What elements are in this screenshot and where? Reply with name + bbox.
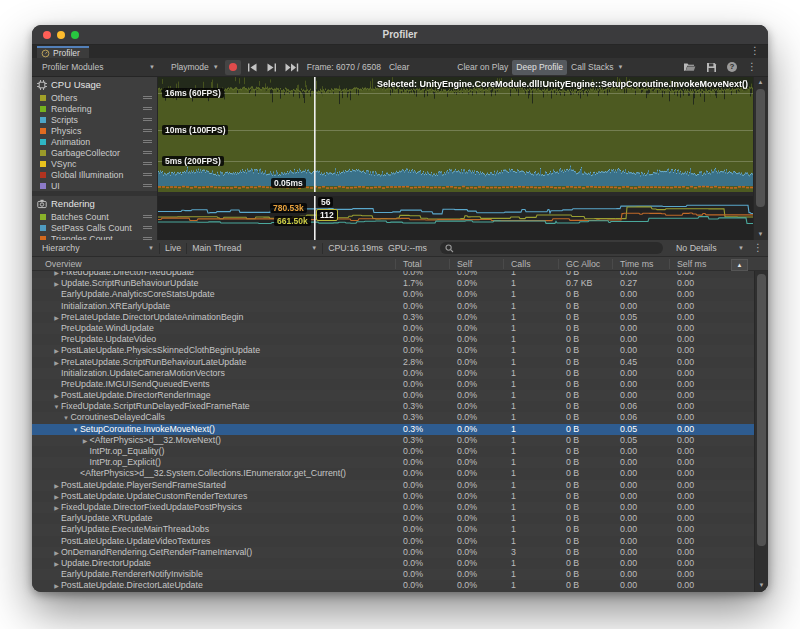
save-profile-button[interactable] — [706, 62, 717, 73]
table-scrollbar[interactable]: ▼ — [754, 271, 768, 592]
hierarchy-menu-icon[interactable]: ⋮ — [753, 243, 763, 253]
column-divider[interactable] — [558, 259, 559, 269]
column-header-calls[interactable]: Calls — [511, 259, 531, 269]
zoom-window-icon[interactable] — [71, 31, 79, 39]
table-row[interactable]: ▶OnDemandRendering.GetRenderFrameInterva… — [32, 547, 768, 558]
table-row[interactable]: ▶PostLateUpdate.DirectorLateUpdate0.0%0.… — [32, 580, 768, 591]
table-row[interactable]: PreUpdate.UpdateVideo0.0%0.0%10 B0.000.0… — [32, 334, 768, 345]
thread-dropdown[interactable]: Main Thread ▼ — [187, 240, 322, 256]
record-button[interactable] — [225, 60, 241, 75]
table-row[interactable]: ▶Update.ScriptRunBehaviourUpdate1.7%0.0%… — [32, 278, 768, 289]
target-dropdown[interactable]: Playmode ▼ — [167, 60, 223, 75]
table-row[interactable]: ▶PostLateUpdate.PhysicsSkinnedClothBegin… — [32, 345, 768, 356]
table-row[interactable]: PreUpdate.WindUpdate0.0%0.0%10 B0.000.00 — [32, 323, 768, 334]
legend-item[interactable]: Rendering — [32, 103, 157, 114]
column-divider[interactable] — [503, 259, 504, 269]
charts-scrollbar[interactable]: ▲ ▼ — [753, 77, 767, 240]
legend-item[interactable]: Triangles Count — [32, 233, 157, 240]
legend-item[interactable]: Others — [32, 92, 157, 103]
column-header-time-ms[interactable]: Time ms — [620, 259, 653, 269]
live-toggle[interactable]: Live — [160, 240, 186, 256]
legend-item[interactable]: Batches Count — [32, 211, 157, 222]
next-frame-button[interactable] — [262, 60, 281, 75]
table-row[interactable]: EarlyUpdate.AnalyticsCoreStatsUpdate0.0%… — [32, 289, 768, 300]
table-scrollbar-thumb[interactable] — [757, 274, 766, 546]
module-header[interactable]: CPU Usage — [32, 77, 157, 92]
deep-profile-toggle[interactable]: Deep Profile — [512, 60, 567, 75]
call-stacks-dropdown[interactable]: Call Stacks ▼ — [567, 60, 627, 75]
legend-item[interactable]: GarbageCollector — [32, 147, 157, 158]
clear-on-play-toggle[interactable]: Clear on Play — [453, 60, 512, 75]
clear-button[interactable]: Clear — [385, 60, 413, 75]
table-row[interactable]: ▶<AfterPhysics>d__32.MoveNext()0.3%0.0%1… — [32, 435, 768, 446]
drag-handle-icon[interactable] — [143, 215, 152, 218]
window-menu-icon[interactable]: ⋮ — [750, 46, 760, 56]
table-row[interactable]: ▶PostLateUpdate.DirectorRenderImage0.0%0… — [32, 390, 768, 401]
table-row[interactable]: Initialization.UpdateCameraMotionVectors… — [32, 368, 768, 379]
table-row[interactable]: <AfterPhysics>d__32.System.Collections.I… — [32, 468, 768, 479]
drag-handle-icon[interactable] — [143, 107, 152, 110]
column-divider[interactable] — [449, 259, 450, 269]
drag-handle-icon[interactable] — [143, 173, 152, 176]
drag-handle-icon[interactable] — [143, 129, 152, 132]
legend-item[interactable]: Physics — [32, 125, 157, 136]
cpu-usage-chart-canvas[interactable] — [158, 77, 753, 192]
column-header-gc-alloc[interactable]: GC Alloc — [566, 259, 600, 269]
drag-handle-icon[interactable] — [143, 140, 152, 143]
charts-scrollbar-thumb[interactable] — [756, 89, 765, 207]
view-mode-dropdown[interactable]: Hierarchy ▼ — [37, 240, 159, 256]
rendering-chart-canvas[interactable] — [158, 196, 753, 240]
drag-handle-icon[interactable] — [143, 162, 152, 165]
tab-profiler[interactable]: Profiler — [37, 46, 89, 58]
scroll-down-icon[interactable]: ▼ — [755, 580, 768, 591]
table-row[interactable]: Initialization.XREarlyUpdate0.0%0.0%10 B… — [32, 301, 768, 312]
search-input[interactable] — [440, 242, 663, 254]
legend-item[interactable]: SetPass Calls Count — [32, 222, 157, 233]
drag-handle-icon[interactable] — [143, 237, 152, 240]
legend-item[interactable]: Global Illumination — [32, 169, 157, 180]
table-row[interactable]: PostLateUpdate.UpdateVideoTextures0.0%0.… — [32, 536, 768, 547]
table-row[interactable]: ▼FixedUpdate.ScriptRunDelayedFixedFrameR… — [32, 401, 768, 412]
table-row[interactable]: ▶FixedUpdate.DirectorFixedUpdate0.0%0.0%… — [32, 271, 768, 278]
details-dropdown[interactable]: No Details ▼ — [671, 240, 749, 256]
table-row[interactable]: ▼CoroutinesDelayedCalls0.3%0.0%10 B0.060… — [32, 412, 768, 423]
toolbar-menu-icon[interactable]: ⋮ — [747, 62, 757, 72]
table-row[interactable]: IntPtr.op_Explicit()0.0%0.0%10 B0.000.00 — [32, 457, 768, 468]
scroll-up-icon[interactable]: ▲ — [754, 77, 767, 88]
column-header-self[interactable]: Self — [457, 259, 472, 269]
legend-item[interactable]: UI — [32, 180, 157, 191]
profiler-modules-dropdown[interactable]: Profiler Modules ▼ — [38, 60, 159, 75]
table-row[interactable]: ▶PostLateUpdate.PlayerSendFrameStarted0.… — [32, 480, 768, 491]
foldout-collapsed-icon[interactable]: ▶ — [52, 581, 61, 592]
column-divider[interactable] — [612, 259, 613, 269]
column-header-self-ms[interactable]: Self ms — [677, 259, 706, 269]
table-row[interactable]: EarlyUpdate.XRUpdate0.0%0.0%10 B0.000.00 — [32, 513, 768, 524]
legend-item[interactable]: VSync — [32, 158, 157, 169]
close-window-icon[interactable] — [43, 31, 51, 39]
legend-item[interactable]: Scripts — [32, 114, 157, 125]
column-header-overview[interactable]: Overview — [45, 259, 82, 269]
table-row[interactable]: ▶FixedUpdate.DirectorFixedUpdatePostPhys… — [32, 502, 768, 513]
module-header[interactable]: Rendering — [32, 196, 157, 211]
drag-handle-icon[interactable] — [143, 226, 152, 229]
drag-handle-icon[interactable] — [143, 151, 152, 154]
table-row[interactable]: ▶PostLateUpdate.UpdateCustomRenderTextur… — [32, 491, 768, 502]
table-row[interactable]: IntPtr.op_Equality()0.0%0.0%10 B0.000.00 — [32, 446, 768, 457]
table-row[interactable]: ▶PreLateUpdate.DirectorUpdateAnimationBe… — [32, 312, 768, 323]
current-frame-button[interactable] — [281, 60, 303, 75]
table-row[interactable]: ▶PreLateUpdate.ScriptRunBehaviourLateUpd… — [32, 357, 768, 368]
legend-item[interactable]: Animation — [32, 136, 157, 147]
prev-frame-button[interactable] — [243, 60, 262, 75]
load-profile-button[interactable] — [683, 62, 696, 72]
drag-handle-icon[interactable] — [143, 96, 152, 99]
sort-direction-button[interactable]: ▲ — [731, 259, 748, 271]
minimize-window-icon[interactable] — [57, 31, 65, 39]
column-header-total[interactable]: Total — [403, 259, 422, 269]
column-divider[interactable] — [669, 259, 670, 269]
table-row[interactable]: EarlyUpdate.ExecuteMainThreadJobs0.0%0.0… — [32, 524, 768, 535]
help-button[interactable]: ? — [727, 62, 737, 72]
table-row-selected[interactable]: ▼SetupCoroutine.InvokeMoveNext()0.3%0.0%… — [32, 424, 768, 435]
table-row[interactable]: PreUpdate.IMGUISendQueuedEvents0.0%0.0%1… — [32, 379, 768, 390]
table-row[interactable]: EarlyUpdate.RendererNotifyInvisible0.0%0… — [32, 569, 768, 580]
table-row[interactable]: ▶Update.DirectorUpdate0.0%0.0%10 B0.000.… — [32, 558, 768, 569]
